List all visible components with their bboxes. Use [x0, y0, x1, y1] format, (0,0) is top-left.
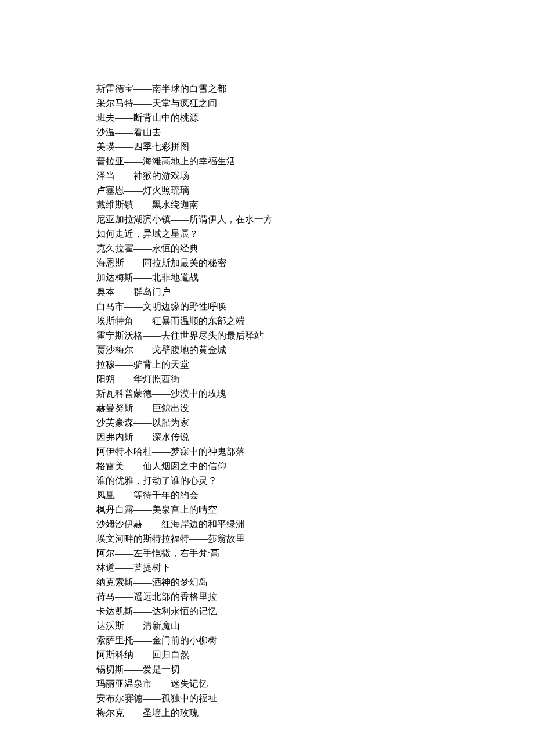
- text-line: 海恩斯——阿拉斯加最关的秘密: [96, 255, 534, 270]
- text-line: 枫丹白露——美泉宫上的晴空: [96, 502, 534, 517]
- text-line: 如何走近，异域之星辰？: [96, 226, 534, 241]
- text-line: 克久拉霍——永恒的经典: [96, 241, 534, 255]
- text-line: 斯瓦科普蒙德——沙漠中的玫瑰: [96, 386, 534, 401]
- text-line: 阿尔——左手恺撒，右手梵·高: [96, 546, 534, 560]
- text-line: 玛丽亚温泉市——迷失记忆: [96, 676, 534, 691]
- text-line: 索萨里托——金门前的小柳树: [96, 633, 534, 647]
- text-line: 戴维斯镇——黑水绕迦南: [96, 197, 534, 212]
- text-line: 贾沙梅尔——戈壁腹地的黄金城: [96, 343, 534, 357]
- text-line: 格雷美——仙人烟囱之中的信仰: [96, 459, 534, 473]
- text-line: 采尔马特——天堂与疯狂之间: [96, 96, 534, 110]
- text-line: 梅尔克——圣墙上的玫瑰: [96, 705, 534, 720]
- text-line: 沙姆沙伊赫——红海岸边的和平绿洲: [96, 517, 534, 531]
- text-line: 凤凰——等待千年的约会: [96, 488, 534, 502]
- text-line: 加达梅斯——北非地道战: [96, 270, 534, 285]
- text-line: 纳克索斯——酒神的梦幻岛: [96, 575, 534, 589]
- text-line: 卡达凯斯——达利永恒的记忆: [96, 604, 534, 618]
- text-line: 卢塞恩——灯火照琉璃: [96, 183, 534, 197]
- text-line: 因弗内斯——深水传说: [96, 430, 534, 444]
- text-line: 阿斯科纳——回归自然: [96, 647, 534, 662]
- text-line: 霍宁斯沃格——去往世界尽头的最后驿站: [96, 328, 534, 343]
- text-content: 斯雷德宝——南半球的白雪之都采尔马特——天堂与疯狂之间班夫——断背山中的桃源沙温…: [96, 81, 534, 720]
- text-line: 埃文河畔的斯特拉福特——莎翁故里: [96, 531, 534, 546]
- text-line: 锡切斯——爱是一切: [96, 662, 534, 676]
- text-line: 达沃斯——清新魔山: [96, 618, 534, 633]
- text-line: 班夫——断背山中的桃源: [96, 110, 534, 125]
- document-page: 斯雷德宝——南半球的白雪之都采尔马特——天堂与疯狂之间班夫——断背山中的桃源沙温…: [0, 0, 534, 756]
- text-line: 斯雷德宝——南半球的白雪之都: [96, 81, 534, 96]
- text-line: 埃斯特角——狂暴而温顺的东部之端: [96, 314, 534, 328]
- text-line: 奥本——群岛门户: [96, 285, 534, 299]
- text-line: 拉穆——驴背上的天堂: [96, 357, 534, 372]
- text-line: 林道——菩提树下: [96, 560, 534, 575]
- text-line: 阿伊特本哈杜——梦寐中的神鬼部落: [96, 444, 534, 459]
- text-line: 谁的优雅，打动了谁的心灵？: [96, 473, 534, 488]
- text-line: 荷马——遥远北部的香格里拉: [96, 589, 534, 604]
- text-line: 安布尔赛德——孤独中的福祉: [96, 691, 534, 705]
- text-line: 白马市——文明边缘的野性呼唤: [96, 299, 534, 314]
- text-line: 普拉亚——海滩高地上的幸福生活: [96, 154, 534, 168]
- text-line: 泽当——神猴的游戏场: [96, 168, 534, 183]
- text-line: 美瑛——四季七彩拼图: [96, 139, 534, 154]
- text-line: 赫曼努斯——巨鲸出没: [96, 401, 534, 415]
- text-line: 沙芙豪森——以船为家: [96, 415, 534, 430]
- text-line: 阳朔——华灯照西街: [96, 372, 534, 386]
- text-line: 尼亚加拉湖滨小镇——所谓伊人，在水一方: [96, 212, 534, 226]
- text-line: 沙温——看山去: [96, 125, 534, 139]
